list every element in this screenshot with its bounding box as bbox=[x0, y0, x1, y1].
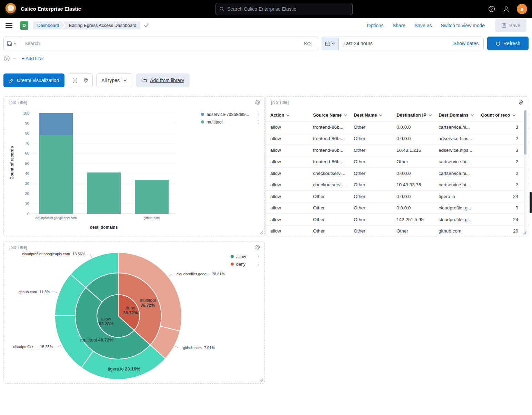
bar-chart[interactable]: Count of records dest_domains adservice-… bbox=[4, 97, 264, 236]
add-filter-button[interactable]: + Add filter bbox=[22, 56, 44, 61]
table-cell: Other bbox=[354, 182, 397, 187]
table-cell: adservice.hips... bbox=[439, 136, 481, 141]
panel-resize-handle[interactable] bbox=[259, 378, 263, 382]
column-header-dest-name[interactable]: Dest Name bbox=[354, 112, 397, 118]
create-visualization-button[interactable]: Create visualization bbox=[3, 73, 64, 87]
table-cell: Other bbox=[354, 148, 397, 153]
add-from-library-button[interactable]: Add from library bbox=[136, 73, 190, 87]
panel-resize-handle[interactable] bbox=[522, 230, 527, 235]
breadcrumb-current: Editing Egress Access Dashboard bbox=[63, 21, 141, 30]
options-button[interactable]: Options bbox=[367, 23, 383, 28]
legend-item[interactable]: multitool⋮ bbox=[201, 119, 261, 125]
table-cell: 20 bbox=[481, 228, 523, 234]
panel-data-table: [No Title] ActionSource NameDest NameDes… bbox=[265, 96, 528, 236]
table-cell: frontend-86b... bbox=[313, 148, 354, 153]
legend-more-icon[interactable]: ⋮ bbox=[255, 112, 261, 117]
kql-language-button[interactable]: KQL bbox=[299, 37, 318, 50]
table-cell: Other bbox=[397, 228, 439, 234]
bar-segment-multitool[interactable] bbox=[87, 172, 121, 214]
bar-segment-multitool[interactable] bbox=[39, 135, 73, 214]
show-dates-button[interactable]: Show dates bbox=[449, 41, 483, 46]
global-search[interactable] bbox=[215, 3, 353, 15]
table-cell: 10.43.33.76 bbox=[397, 182, 439, 187]
bar[interactable] bbox=[135, 113, 169, 214]
table-row: allowfrontend-86b...Other0.0.0.0cartserv… bbox=[265, 121, 523, 133]
x-tick-label: github.com bbox=[128, 216, 175, 220]
edit-check-icon[interactable] bbox=[144, 23, 149, 28]
y-tick-label: 10 bbox=[18, 201, 29, 206]
legend-item[interactable]: adservice-7d8b8d89...⋮ bbox=[201, 112, 261, 117]
switch-view-mode-button[interactable]: Switch to view mode bbox=[441, 23, 485, 28]
table-row: allowOtherOther142.251.5.95cloudprofiler… bbox=[265, 214, 523, 226]
table-cell: Other bbox=[313, 194, 354, 199]
bar[interactable] bbox=[87, 113, 121, 214]
bar-segment-adservice-7d8b8d89...[interactable] bbox=[39, 113, 73, 135]
table-cell: Other bbox=[354, 228, 397, 234]
bar-segment-multitool[interactable] bbox=[135, 180, 169, 214]
callout-line bbox=[87, 254, 92, 258]
legend-more-icon[interactable]: ⋮ bbox=[255, 119, 261, 125]
chevron-down-icon bbox=[13, 42, 17, 46]
saved-query-menu-button[interactable] bbox=[4, 37, 20, 50]
dashboard-grid: [No Title] Count of records dest_domains… bbox=[0, 96, 532, 388]
help-icon[interactable]: ? bbox=[488, 5, 495, 13]
table-scrollbar-thumb[interactable] bbox=[524, 110, 526, 155]
user-settings-icon[interactable] bbox=[502, 5, 510, 13]
save-as-button[interactable]: Save as bbox=[414, 23, 432, 28]
table-cell: allow bbox=[270, 217, 313, 222]
table-cell: allow bbox=[270, 136, 313, 141]
table-cell: allow bbox=[270, 125, 313, 130]
calico-logo bbox=[5, 3, 17, 15]
add-map-button[interactable] bbox=[81, 75, 91, 86]
kql-search-input[interactable] bbox=[20, 41, 299, 46]
table-cell: 0.0.0.0 bbox=[397, 205, 439, 210]
menu-icon[interactable] bbox=[6, 23, 12, 28]
table-cell: Other bbox=[354, 171, 397, 176]
column-header-destination-ip[interactable]: Destination IP bbox=[397, 112, 439, 118]
all-types-dropdown[interactable]: All types bbox=[96, 73, 132, 87]
legend-item[interactable]: deny⋮ bbox=[231, 261, 261, 267]
table-cell: cartservice.hi... bbox=[439, 171, 481, 176]
user-avatar[interactable]: e bbox=[517, 4, 527, 14]
legend-more-icon[interactable]: ⋮ bbox=[255, 254, 261, 259]
table-scrollbar[interactable] bbox=[524, 110, 526, 235]
folder-icon bbox=[141, 78, 147, 83]
table-cell: Other bbox=[354, 217, 397, 222]
table-cell: frontend-86b... bbox=[313, 125, 354, 130]
column-header-source-name[interactable]: Source Name bbox=[313, 112, 354, 118]
svg-text:T: T bbox=[74, 78, 76, 82]
table-row: allowOtherOther0.0.0.0tigera.io24 bbox=[265, 191, 523, 202]
table-cell: checkoutservi... bbox=[313, 171, 354, 176]
panel-resize-handle[interactable] bbox=[259, 230, 263, 235]
filter-icon[interactable] bbox=[3, 55, 10, 62]
legend-label: adservice-7d8b8d89... bbox=[207, 112, 253, 117]
column-header-action[interactable]: Action bbox=[270, 112, 313, 118]
callout-label: github.com7.91% bbox=[183, 346, 215, 350]
breadcrumb-dashboard[interactable]: Dashboard bbox=[33, 21, 64, 30]
table-cell: tigera.io bbox=[439, 194, 481, 199]
sunburst-svg[interactable]: deny36.72%allow63.28%multitool36.72%mult… bbox=[4, 241, 264, 383]
add-text-button[interactable]: T bbox=[70, 75, 80, 86]
share-button[interactable]: Share bbox=[393, 23, 405, 28]
slice-label: multitool 49.72% bbox=[80, 337, 114, 343]
panel-title[interactable]: [No Title] bbox=[271, 100, 289, 105]
global-search-input[interactable] bbox=[227, 6, 349, 12]
column-header-dest-domains[interactable]: Dest Domains bbox=[439, 112, 481, 118]
panel-settings-icon[interactable] bbox=[518, 100, 524, 105]
date-picker: Last 24 hours Show dates bbox=[322, 37, 484, 50]
bar[interactable] bbox=[39, 113, 73, 214]
legend-more-icon[interactable]: ⋮ bbox=[255, 261, 261, 267]
y-axis-title: Count of records bbox=[10, 135, 14, 190]
refresh-button[interactable]: Refresh bbox=[487, 37, 529, 50]
save-icon bbox=[501, 23, 506, 28]
legend-item[interactable]: allow⋮ bbox=[231, 254, 261, 259]
time-range-value[interactable]: Last 24 hours bbox=[339, 41, 449, 46]
quick-select-time-button[interactable] bbox=[322, 37, 339, 50]
table-cell: cartservice.hi... bbox=[439, 182, 481, 187]
save-button[interactable]: Save bbox=[495, 19, 526, 32]
chevron-down-icon bbox=[331, 42, 335, 46]
page-scrollbar-thumb[interactable] bbox=[530, 192, 532, 213]
column-header-count-of-reco[interactable]: Count of reco bbox=[481, 112, 523, 118]
dashboard-badge: D bbox=[20, 21, 28, 30]
table-cell: cartservice.hi... bbox=[439, 159, 481, 164]
